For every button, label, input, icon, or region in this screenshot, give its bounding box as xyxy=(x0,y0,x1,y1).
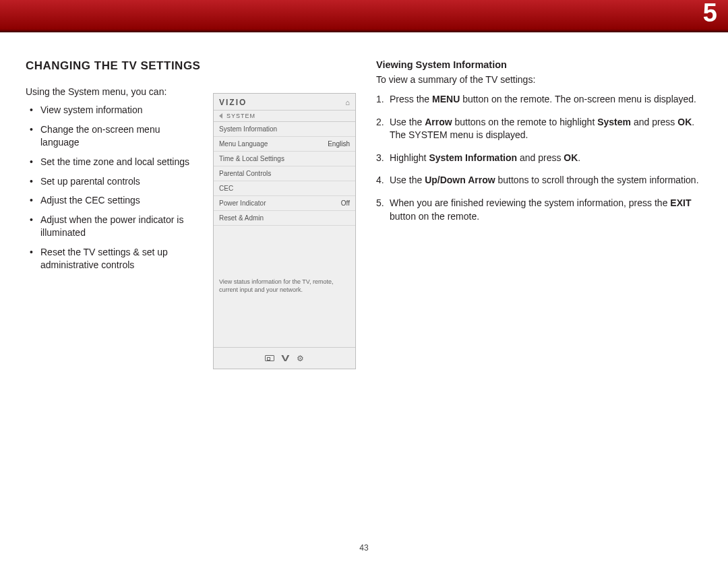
right-column: Viewing System Information To view a sum… xyxy=(376,59,702,369)
list-item: Adjust when the power indicator is illum… xyxy=(40,214,201,239)
tv-row-value: Off xyxy=(341,199,350,207)
section-heading: CHANGING THE TV SETTINGS xyxy=(26,59,201,73)
page-content: CHANGING THE TV SETTINGS Using the Syste… xyxy=(0,32,728,369)
tv-menu-row: Menu LanguageEnglish xyxy=(214,137,355,152)
list-item: View system information xyxy=(40,104,201,117)
tv-menu-help-text: View status information for the TV, remo… xyxy=(214,273,355,347)
section-intro: Using the System menu, you can: xyxy=(26,86,201,97)
list-item: Set the time zone and local settings xyxy=(40,156,201,168)
v-icon: V xyxy=(281,353,289,363)
step-item: Press the MENU button on the remote. The… xyxy=(390,93,702,106)
tv-menu-row: CEC xyxy=(214,181,355,196)
list-item: Reset the TV settings & set up administr… xyxy=(40,246,201,272)
tv-menu-row: Parental Controls xyxy=(214,166,355,181)
chapter-banner: 5 xyxy=(0,0,728,32)
chapter-number: 5 xyxy=(703,0,717,28)
subsection-heading: Viewing System Information xyxy=(376,59,702,70)
left-text-block: CHANGING THE TV SETTINGS Using the Syste… xyxy=(26,59,201,369)
page-number: 43 xyxy=(0,543,728,553)
home-icon: ⌂ xyxy=(345,98,350,106)
tv-menu-footer-icons: V ⚙ xyxy=(214,347,355,369)
vizio-logo: VIZIO xyxy=(219,98,247,107)
tv-row-value: English xyxy=(328,140,350,148)
tv-row-label: Time & Local Settings xyxy=(219,155,284,162)
subsection-lead: To view a summary of the TV settings: xyxy=(376,74,702,85)
step-item: When you are finished reviewing the syst… xyxy=(390,197,702,223)
wide-icon xyxy=(265,355,274,361)
tv-menu-row: Time & Local Settings xyxy=(214,152,355,166)
capability-list: View system information Change the on-sc… xyxy=(26,104,201,272)
tv-system-menu: VIZIO ⌂ SYSTEM System Information Menu L… xyxy=(213,93,356,369)
back-triangle-icon xyxy=(219,113,222,119)
list-item: Adjust the CEC settings xyxy=(40,194,201,207)
tv-menu-row: Power IndicatorOff xyxy=(214,196,355,211)
left-column: CHANGING THE TV SETTINGS Using the Syste… xyxy=(26,59,356,369)
tv-menu-header: VIZIO ⌂ xyxy=(214,94,355,111)
tv-menu-row: System Information xyxy=(214,122,355,137)
tv-menu-row: Reset & Admin xyxy=(214,211,355,226)
breadcrumb-label: SYSTEM xyxy=(226,113,255,119)
step-item: Use the Arrow buttons on the remote to h… xyxy=(390,116,702,142)
step-item: Highlight System Information and press O… xyxy=(390,152,702,165)
step-item: Use the Up/Down Arrow buttons to scroll … xyxy=(390,174,702,187)
tv-row-label: System Information xyxy=(219,125,277,133)
list-item: Change the on-screen menu language xyxy=(40,123,201,149)
tv-row-label: CEC xyxy=(219,185,233,192)
tv-row-label: Menu Language xyxy=(219,140,268,148)
tv-row-label: Power Indicator xyxy=(219,199,266,207)
gear-icon: ⚙ xyxy=(297,354,304,363)
tv-menu-breadcrumb: SYSTEM xyxy=(214,111,355,122)
list-item: Set up parental controls xyxy=(40,175,201,188)
tv-row-label: Reset & Admin xyxy=(219,214,264,222)
tv-row-label: Parental Controls xyxy=(219,170,271,177)
steps-list: Press the MENU button on the remote. The… xyxy=(376,93,702,223)
